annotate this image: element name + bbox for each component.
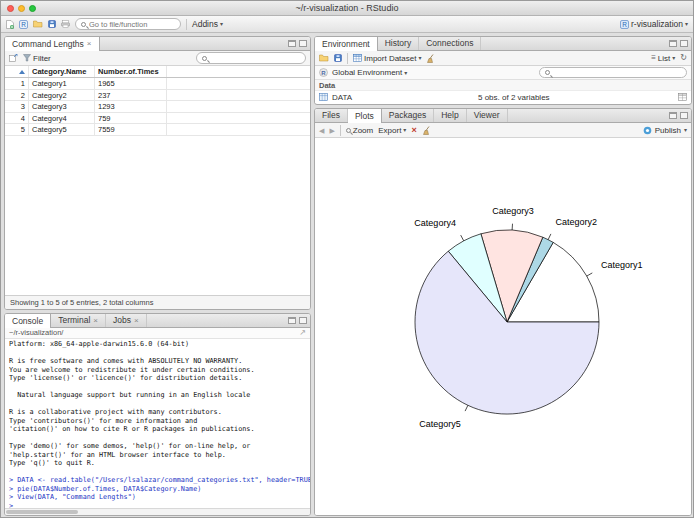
plot-area: Category1Category2Category3Category4Cate… <box>315 138 691 515</box>
scrollbar-thumb[interactable] <box>6 510 78 514</box>
minimize-pane-icon[interactable] <box>288 40 296 47</box>
popout-icon[interactable] <box>9 54 18 62</box>
table-cell: 5 <box>5 124 29 135</box>
print-icon[interactable] <box>61 20 70 28</box>
tab-label: Files <box>322 109 340 122</box>
pie-label-line <box>587 273 593 276</box>
console-line: R is a collaborative project with many c… <box>9 408 306 417</box>
list-label: List <box>658 54 670 63</box>
tab-history[interactable]: History <box>378 37 419 50</box>
tab-terminal[interactable]: Terminal × <box>51 314 106 327</box>
search-icon <box>81 22 86 27</box>
tab-jobs[interactable]: Jobs × <box>106 314 147 327</box>
tab-connections[interactable]: Connections <box>419 37 481 50</box>
view-table-icon[interactable] <box>678 93 687 101</box>
export-button[interactable]: Export ▾ <box>378 126 406 135</box>
filter-button[interactable]: Filter <box>23 54 51 63</box>
filter-funnel-icon <box>23 54 31 62</box>
publish-button[interactable]: Publish ▾ <box>643 126 687 135</box>
publish-icon <box>643 126 652 135</box>
close-window-button[interactable] <box>7 5 14 12</box>
environment-toolbar: Import Dataset ▾ ≡ List ▾ ↻ <box>315 51 691 66</box>
minimize-pane-icon[interactable] <box>669 40 677 47</box>
table-cell: 7559 <box>95 124 167 135</box>
open-file-icon[interactable] <box>33 20 43 28</box>
environment-search-input[interactable] <box>553 68 673 77</box>
tab-environment[interactable]: Environment <box>315 37 378 51</box>
table-row[interactable]: 2Category2237 <box>5 90 310 102</box>
maximize-pane-icon[interactable] <box>680 112 688 119</box>
tab-files[interactable]: Files <box>315 109 348 122</box>
column-header[interactable]: Category.Name <box>29 66 95 77</box>
save-icon[interactable] <box>48 20 56 28</box>
refresh-icon[interactable]: ↻ <box>680 54 687 62</box>
titlebar[interactable]: ~/r-visualization - RStudio <box>1 1 693 16</box>
rownum-header-cell[interactable] <box>5 66 29 77</box>
clear-objects-broom-icon[interactable] <box>426 54 435 63</box>
tab-packages[interactable]: Packages <box>382 109 434 122</box>
table-cell: Category4 <box>29 113 95 124</box>
environment-object-row[interactable]: DATA 5 obs. of 2 variables <box>315 91 691 103</box>
global-environment-dropdown[interactable]: Global Environment ▾ <box>332 68 407 77</box>
save-workspace-icon[interactable] <box>334 54 342 62</box>
goto-file-input[interactable] <box>89 20 175 29</box>
addins-button[interactable]: Addins ▾ <box>192 19 223 29</box>
tab-plots[interactable]: Plots <box>348 109 382 123</box>
close-tab-icon[interactable]: × <box>93 317 98 325</box>
goto-file-search[interactable] <box>75 18 181 30</box>
global-environment-label: Global Environment <box>332 68 402 77</box>
project-cube-icon: R <box>620 20 629 29</box>
console-output[interactable]: Platform: x86_64-apple-darwin15.6.0 (64-… <box>5 339 310 508</box>
console-hscrollbar[interactable] <box>5 508 310 515</box>
table-cell: 4 <box>5 113 29 124</box>
table-cell: Category5 <box>29 124 95 135</box>
open-workspace-icon[interactable] <box>319 54 329 62</box>
new-file-icon[interactable] <box>6 20 14 29</box>
table-header-row: Category.Name Number.of.Times <box>5 66 310 78</box>
close-tab-icon[interactable]: × <box>87 40 92 48</box>
maximize-window-button[interactable] <box>29 5 36 12</box>
environment-search-box[interactable] <box>539 67 687 78</box>
maximize-pane-icon[interactable] <box>299 40 307 47</box>
tab-label: Command Lengths <box>12 38 84 51</box>
chevron-down-icon: ▾ <box>220 21 223 27</box>
table-row[interactable]: 1Category11965 <box>5 78 310 90</box>
close-tab-icon[interactable]: × <box>134 317 139 325</box>
maximize-pane-icon[interactable] <box>299 317 307 324</box>
table-row[interactable]: 4Category4759 <box>5 113 310 125</box>
new-project-icon[interactable]: R <box>19 20 28 29</box>
tab-command-lengths[interactable]: Command Lengths × <box>5 37 100 51</box>
tab-help[interactable]: Help <box>434 109 466 122</box>
remove-plot-icon[interactable]: × <box>411 126 416 135</box>
clear-all-plots-broom-icon[interactable] <box>422 126 431 135</box>
table-search-box[interactable] <box>196 52 306 64</box>
console-line: Platform: x86_64-apple-darwin15.6.0 (64-… <box>9 340 306 349</box>
tab-label: Viewer <box>474 109 500 122</box>
column-header[interactable]: Number.of.Times <box>95 66 167 77</box>
window-title: ~/r-visualization - RStudio <box>1 1 693 15</box>
chevron-down-icon: ▾ <box>685 21 688 27</box>
minimize-window-button[interactable] <box>18 5 25 12</box>
popout-icon[interactable]: ↗ <box>299 329 306 337</box>
export-label: Export <box>378 126 401 135</box>
next-plot-icon[interactable]: ▶ <box>329 127 334 134</box>
sort-icon <box>19 70 25 74</box>
minimize-pane-icon[interactable] <box>288 317 296 324</box>
rstudio-window: ~/r-visualization - RStudio R Addins ▾ <box>0 0 694 518</box>
list-view-button[interactable]: ≡ List ▾ <box>651 54 675 63</box>
data-table-rows: 1Category119652Category22373Category3129… <box>5 78 310 136</box>
table-row[interactable]: 5Category57559 <box>5 124 310 136</box>
maximize-pane-icon[interactable] <box>680 40 688 47</box>
tab-viewer[interactable]: Viewer <box>467 109 508 122</box>
table-search-input[interactable] <box>210 54 296 63</box>
import-dataset-button[interactable]: Import Dataset ▾ <box>353 54 421 63</box>
zoom-button[interactable]: Zoom <box>346 126 373 135</box>
table-row[interactable]: 3Category31293 <box>5 101 310 113</box>
project-menu-button[interactable]: R r-visualization ▾ <box>620 19 688 29</box>
tab-console[interactable]: Console <box>5 314 51 328</box>
previous-plot-icon[interactable]: ◀ <box>319 127 324 134</box>
zoom-label: Zoom <box>353 126 373 135</box>
toolbar-separator <box>347 53 348 64</box>
plots-pane: Files Plots Packages Help Viewer ◀ ▶ <box>314 108 692 516</box>
minimize-pane-icon[interactable] <box>669 112 677 119</box>
